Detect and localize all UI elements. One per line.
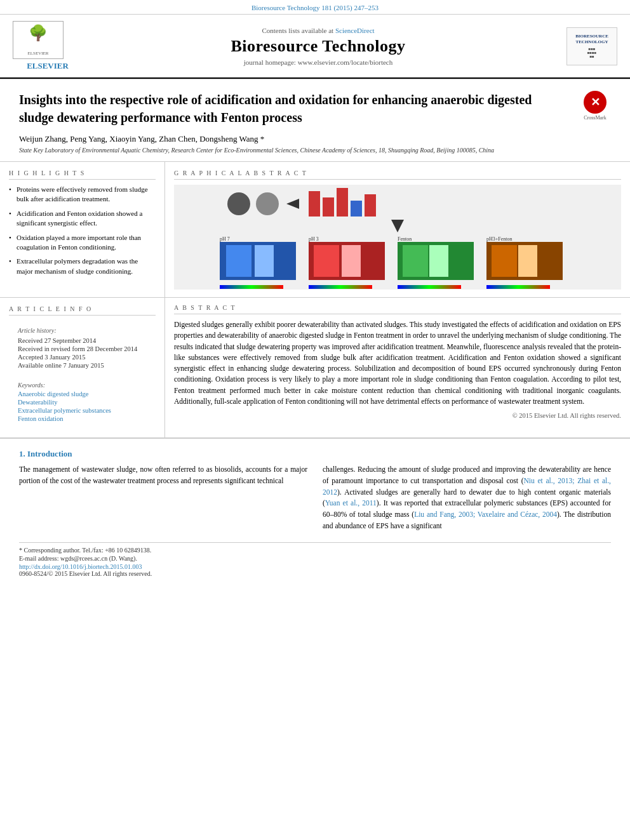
elsevier-label: ELSEVIER [13,61,83,71]
intro-left-text: The management of wastewater sludge, now… [19,464,307,487]
body-left-col: The management of wastewater sludge, now… [19,464,307,532]
emap-label-4: pH3+Fenton [486,236,513,242]
contents-text: Contents lists available at [262,27,335,34]
highlight-item-2: Acidification and Fenton oxidation showe… [9,209,156,229]
doi-text: http://dx.doi.org/10.1016/j.biortech.201… [19,563,142,570]
highlights-label: H I G H L I G H T S [9,170,156,180]
journal-citation: Bioresource Technology 181 (2015) 247–25… [251,4,379,11]
circle-2 [256,192,279,215]
available-date: Available online 7 January 2015 [18,362,147,369]
article-info-column: A R T I C L E I N F O Article history: R… [0,298,165,437]
elsevier-left-logo: 🌳 ELSEVIER ELSEVIER [13,21,83,71]
bar-3 [337,188,348,217]
section-number: 1. [19,449,25,458]
email-footnote: E-mail address: wgds@rcees.ac.cn (D. Wan… [19,555,611,562]
keywords-block: Keywords: Anaerobic digested sludge Dewa… [9,382,156,430]
title-text-block: Insights into the respective role of aci… [19,91,566,154]
accepted-date: Accepted 3 January 2015 [18,354,147,361]
authors-text: Weijun Zhang, Peng Yang, Xiaoyin Yang, Z… [19,134,264,143]
bar-1 [309,191,320,217]
abstract-column: A B S T R A C T Digested sludges general… [165,298,630,437]
keyword-4: Fenton oxidation [18,415,147,422]
journal-cover-image: BIORESOURCETECHNOLOGY ■■■■■■■■■ [566,27,617,65]
abstract-label: A B S T R A C T [174,304,621,314]
arrow-down [391,220,404,232]
received-revised-date: Received in revised form 28 December 201… [18,345,147,352]
body-section: 1. Introduction The management of wastew… [0,439,630,589]
journal-header: 🌳 ELSEVIER ELSEVIER Contents lists avail… [0,15,630,79]
received-date: Received 27 September 2014 [18,337,147,344]
highlights-column: H I G H L I G H T S Proteins were effect… [0,162,165,297]
graphical-abstract-column: G R A P H I C A L A B S T R A C T [165,162,630,297]
article-history: Article history: Received 27 September 2… [9,321,156,377]
corresponding-footnote: * Corresponding author. Tel./fax: +86 10… [19,547,611,554]
doi-link[interactable]: http://dx.doi.org/10.1016/j.biortech.201… [19,563,611,570]
tree-icon: 🌳 [16,24,60,42]
arrow-1 [286,199,299,209]
color-scale-2 [309,285,372,289]
emap-label-1: pH 7 [220,236,230,242]
emap-4a [492,245,517,277]
emap-1a [226,245,251,277]
keyword-2: Dewaterability [18,399,147,406]
journal-citation-bar: Bioresource Technology 181 (2015) 247–25… [0,0,630,15]
footnotes-area: * Corresponding author. Tel./fax: +86 10… [19,542,611,577]
color-scale-3 [398,285,461,289]
graphical-abstract-label: G R A P H I C A L A B S T R A C T [174,170,621,180]
article-title-section: Insights into the respective role of aci… [0,79,630,162]
history-label: Article history: [18,327,147,334]
homepage-line: journal homepage: www.elsevier.com/locat… [83,58,554,66]
abstract-text: Digested sludges generally exhibit poore… [174,319,621,407]
emap-2a [314,245,339,277]
affiliation-line: State Key Laboratory of Environmental Aq… [19,147,566,154]
highlights-graphical-section: H I G H L I G H T S Proteins were effect… [0,162,630,298]
emap-1b [255,245,274,277]
crossmark-badge: ✕ CrossMark [579,91,611,121]
contents-line: Contents lists available at ScienceDirec… [83,27,554,34]
emap-3a [403,245,428,277]
body-two-col: The management of wastewater sludge, now… [19,464,611,532]
journal-title: Bioresource Technology [83,37,554,56]
circle-1 [227,192,250,215]
sciencedirect-link[interactable]: ScienceDirect [335,27,375,34]
keywords-label: Keywords: [18,382,147,389]
journal-center-info: Contents lists available at ScienceDirec… [83,27,554,66]
emap-label-2: pH 3 [309,236,319,242]
authors-line: Weijun Zhang, Peng Yang, Xiaoyin Yang, Z… [19,134,566,144]
color-scale-4 [486,285,550,289]
article-info-label: A R T I C L E I N F O [9,305,156,316]
bar-2 [323,197,334,217]
info-abstract-section: A R T I C L E I N F O Article history: R… [0,298,630,438]
highlights-list: Proteins were effectively removed from s… [9,185,156,276]
elsevier-emblem-text: ELSEVIER [16,51,60,56]
emap-3b [429,245,448,277]
emap-2b [342,245,361,277]
body-right-col: challenges. Reducing the amount of sludg… [323,464,611,532]
highlight-item-4: Extracellular polymers degradation was t… [9,257,156,276]
highlight-item-1: Proteins were effectively removed from s… [9,185,156,204]
bar-5 [365,194,376,217]
crossmark-circle: ✕ [584,91,607,114]
introduction-heading: 1. Introduction [19,449,611,459]
emap-label-3: Fenton [398,236,412,242]
section-title: Introduction [27,449,72,458]
bar-4 [351,201,362,217]
crossmark-label: CrossMark [584,115,607,121]
highlight-item-3: Oxidation played a more important role t… [9,233,156,253]
elsevier-emblem: 🌳 ELSEVIER [13,21,64,59]
graphical-svg: pH 7 pH 3 Fenton pH3+Fenton [174,185,621,290]
ref-yuan-2011: Yuan et al., 2011 [325,499,377,507]
ref-liu-fang-2003: Liu and Fang, 2003; Vaxelaire and Cézac,… [414,510,557,518]
intro-right-text: challenges. Reducing the amount of sludg… [323,464,611,532]
issn-line: 0960-8524/© 2015 Elsevier Ltd. All right… [19,570,611,577]
graphical-abstract-image: pH 7 pH 3 Fenton pH3+Fenton [174,185,621,290]
article-title: Insights into the respective role of aci… [19,91,566,126]
emap-4b [518,245,537,277]
keyword-1: Anaerobic digested sludge [18,390,147,397]
journal-thumbnail: BIORESOURCETECHNOLOGY ■■■■■■■■■ [554,27,617,65]
color-scale-1 [220,285,283,289]
copyright-line: © 2015 Elsevier Ltd. All rights reserved… [174,412,621,419]
keyword-3: Extracellular polymeric substances [18,407,147,414]
